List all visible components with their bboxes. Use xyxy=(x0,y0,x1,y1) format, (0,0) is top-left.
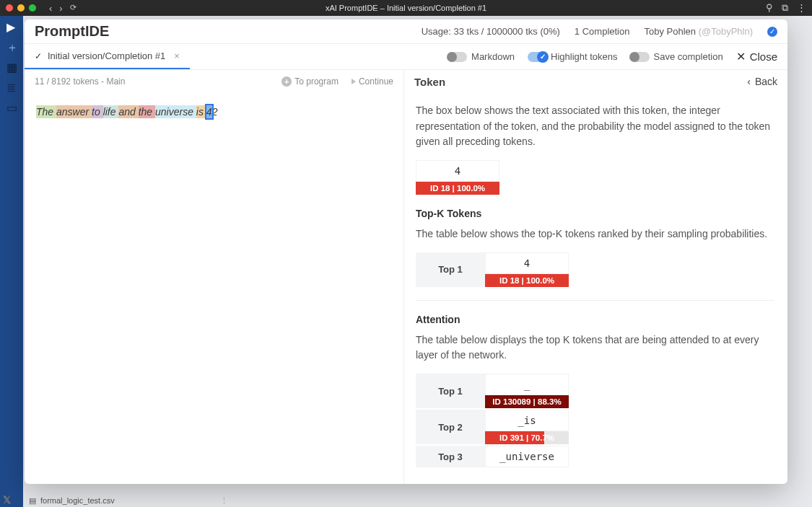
rank-token-text: _universe xyxy=(485,446,569,467)
token-span[interactable]: 4 xyxy=(206,105,212,118)
check-icon: ✓ xyxy=(35,51,42,61)
left-rail: ▶ ＋ ▦ ≣ ▭ xyxy=(0,16,23,507)
token-span[interactable]: life xyxy=(103,105,119,118)
inspector-pane: Token ‹ Back The box below shows the tex… xyxy=(404,70,787,484)
user-handle: (@TobyPhln) xyxy=(699,26,753,37)
back-label: Back xyxy=(755,76,777,87)
rank-token-bar: ID 18 | 100.0% xyxy=(485,274,569,287)
rank-row[interactable]: Top 2_isID 391 | 70.7% xyxy=(416,410,774,444)
token-span[interactable]: universe xyxy=(155,105,196,118)
rank-label: Top 1 xyxy=(416,374,485,408)
token-span[interactable]: 2 xyxy=(212,105,218,118)
close-button[interactable]: ✕ Close xyxy=(736,50,777,63)
token-span[interactable]: to xyxy=(92,105,103,118)
close-icon: ✕ xyxy=(736,50,746,63)
close-window-icon[interactable] xyxy=(6,4,13,12)
to-program-button[interactable]: + To program xyxy=(281,76,339,87)
rank-label: Top 1 xyxy=(416,252,485,287)
attn-desc: The table below displays the top K token… xyxy=(416,332,774,363)
doc-icon[interactable]: ▭ xyxy=(6,101,17,111)
tab-label: Initial version/Completion #1 xyxy=(48,50,165,61)
usage-text: Usage: 33 tks / 1000000 tks (0%) xyxy=(422,26,560,37)
rank-row[interactable]: Top 3_universe xyxy=(416,446,774,467)
logo-icon[interactable]: ▶ xyxy=(6,20,17,30)
token-desc: The box below shows the text associated … xyxy=(416,103,774,150)
xai-logo-icon: 𝕏 xyxy=(3,494,11,506)
markdown-toggle[interactable]: – Markdown xyxy=(448,51,515,62)
editor-pane: 11 / 8192 tokens - Main + To program Con… xyxy=(25,70,404,484)
selected-token-text: 4 xyxy=(416,160,499,182)
topk-desc: The table below shows the top-K tokens r… xyxy=(416,226,774,242)
play-icon xyxy=(352,79,356,84)
chevron-left-icon: ‹ xyxy=(747,76,751,87)
completion-count[interactable]: 1 Completion xyxy=(575,26,630,37)
tab-close-icon[interactable]: × xyxy=(171,50,180,61)
add-icon[interactable]: ＋ xyxy=(6,40,17,50)
minimize-window-icon[interactable] xyxy=(17,4,25,12)
plus-icon: + xyxy=(281,76,292,87)
window-title: xAI PromptIDE – Initial version/Completi… xyxy=(326,4,486,12)
user-name: Toby Pohlen xyxy=(644,26,696,37)
editor-content[interactable]: The answer to life and the universe is 4… xyxy=(25,93,403,131)
continue-label: Continue xyxy=(359,76,393,87)
bg-file-tab[interactable]: ▤ formal_logic_test.csv ⋮ xyxy=(29,494,228,507)
rank-token-bar: ID 130089 | 88.3% xyxy=(485,395,569,408)
nav-forward-icon[interactable]: › xyxy=(59,3,62,14)
app-brand: PromptIDE xyxy=(35,23,109,40)
token-span[interactable]: and xyxy=(118,105,138,118)
csv-icon: ▤ xyxy=(29,496,36,506)
highlight-toggle[interactable]: Highlight tokens xyxy=(528,51,618,62)
rank-token-text: _ xyxy=(485,374,569,395)
more-icon[interactable]: ⋮ xyxy=(797,2,806,14)
tab-active[interactable]: ✓ Initial version/Completion #1 × xyxy=(25,44,190,69)
to-program-label: To program xyxy=(294,76,339,87)
token-status: 11 / 8192 tokens - Main xyxy=(35,76,125,87)
continue-button[interactable]: Continue xyxy=(352,76,393,87)
markdown-label: Markdown xyxy=(471,51,515,62)
back-button[interactable]: ‹ Back xyxy=(747,76,777,87)
window-titlebar: ‹ › ⟳ xAI PromptIDE – Initial version/Co… xyxy=(0,0,812,16)
rank-label: Top 3 xyxy=(416,446,485,467)
rank-label: Top 2 xyxy=(416,410,485,444)
user-block[interactable]: Toby Pohlen (@TobyPhln) xyxy=(644,26,753,37)
window-controls xyxy=(6,4,36,12)
attn-title: Attention xyxy=(416,314,774,325)
folder-icon[interactable]: ▦ xyxy=(6,61,17,71)
rank-row[interactable]: Top 1_ID 130089 | 88.3% xyxy=(416,374,774,408)
modal-header: PromptIDE Usage: 33 tks / 1000000 tks (0… xyxy=(25,19,787,44)
selected-token-box[interactable]: 4 ID 18 | 100.0% xyxy=(416,160,499,195)
verified-icon: ✓ xyxy=(767,27,777,37)
zoom-window-icon[interactable] xyxy=(29,4,36,12)
selected-token-bar: ID 18 | 100.0% xyxy=(416,182,499,195)
token-span[interactable]: the xyxy=(139,105,155,118)
nav-refresh-icon[interactable]: ⟳ xyxy=(70,3,77,14)
save-toggle[interactable]: – Save completion xyxy=(631,51,723,62)
rank-token-bar: ID 391 | 70.7% xyxy=(485,431,569,444)
rank-row[interactable]: Top 14ID 18 | 100.0% xyxy=(416,252,774,287)
save-label: Save completion xyxy=(654,51,723,62)
close-label: Close xyxy=(750,50,777,63)
inspector-title: Token xyxy=(414,76,445,88)
search-icon[interactable]: ⚲ xyxy=(766,2,773,14)
topk-title: Top-K Tokens xyxy=(416,208,774,219)
bg-file-name: formal_logic_test.csv xyxy=(40,496,115,505)
files-icon[interactable]: ≣ xyxy=(6,81,17,91)
token-span[interactable]: is xyxy=(196,105,206,118)
rank-token-text: _is xyxy=(485,410,569,431)
token-span[interactable]: answer xyxy=(56,105,92,118)
modal-tabbar: ✓ Initial version/Completion #1 × – Mark… xyxy=(25,44,787,70)
extensions-icon[interactable]: ⧉ xyxy=(782,2,788,14)
rank-token-text: 4 xyxy=(485,252,569,274)
nav-back-icon[interactable]: ‹ xyxy=(49,3,52,14)
token-span[interactable]: The xyxy=(36,105,56,118)
highlight-label: Highlight tokens xyxy=(551,51,618,62)
modal-window: PromptIDE Usage: 33 tks / 1000000 tks (0… xyxy=(25,19,787,484)
